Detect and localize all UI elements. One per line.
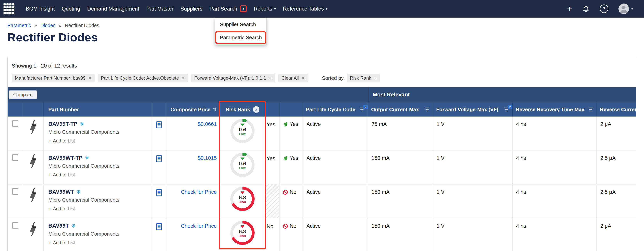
menu-item-parametric-search[interactable]: Parametric Search bbox=[216, 32, 265, 43]
chevron-down-icon[interactable]: ▾ bbox=[242, 7, 244, 11]
datasheet-icon[interactable] bbox=[156, 189, 162, 196]
notifications-bell-icon[interactable] bbox=[582, 5, 590, 13]
no-entry-icon bbox=[283, 189, 288, 195]
row-checkbox[interactable] bbox=[12, 222, 18, 228]
chip-close-icon[interactable]: ✕ bbox=[302, 76, 305, 80]
flag-value: Yes bbox=[267, 122, 275, 127]
part-number-link[interactable]: BAV99T-TP bbox=[48, 121, 78, 127]
add-to-list-button[interactable]: +Add to List bbox=[48, 138, 152, 144]
row-checkbox[interactable] bbox=[12, 120, 18, 127]
row-checkbox[interactable] bbox=[12, 154, 18, 161]
sort-icon[interactable]: ⇅ bbox=[213, 107, 217, 112]
col-header-reverse-current[interactable]: Reverse Current-Max bbox=[597, 102, 636, 117]
col-header-output-current[interactable]: Output Current-Max bbox=[368, 102, 433, 117]
col-header-forward-voltage[interactable]: Forward Voltage-Max (VF)2 bbox=[433, 102, 513, 117]
eco-flag-cell: No bbox=[280, 184, 303, 218]
alternates-icon[interactable]: ❋ bbox=[76, 189, 81, 194]
part-number-link[interactable]: BAV99WT bbox=[48, 189, 74, 195]
avatar-icon bbox=[618, 4, 629, 14]
part-number-link[interactable]: BAV99T bbox=[48, 223, 69, 229]
price-link[interactable]: $0.1015 bbox=[198, 155, 217, 161]
col-header-risk-rank[interactable]: Risk Rank▲ bbox=[220, 102, 265, 117]
col-label: Reverse Current-Max bbox=[600, 107, 636, 113]
col-header-life-cycle[interactable]: Part Life Cycle Code2 bbox=[303, 102, 368, 117]
add-to-list-button[interactable]: +Add to List bbox=[48, 206, 152, 211]
col-header-reverse-recovery[interactable]: Reverse Recovery Time-Max bbox=[513, 102, 597, 117]
nav-part-master[interactable]: Part Master bbox=[143, 0, 177, 18]
nav-part-search[interactable]: Part Search ▾ bbox=[206, 0, 250, 18]
filter-count-badge: 2 bbox=[363, 105, 368, 109]
risk-value: 6.8 bbox=[239, 195, 246, 201]
filter-icon[interactable]: 2 bbox=[360, 107, 364, 112]
risk-gauge: 0.6LOW bbox=[230, 153, 254, 177]
chevron-down-icon: ▾ bbox=[326, 7, 328, 11]
gauge-marker-icon bbox=[240, 225, 244, 228]
user-avatar[interactable]: ▾ bbox=[618, 4, 633, 14]
nav-label: Reports bbox=[254, 6, 272, 12]
row-checkbox[interactable] bbox=[12, 188, 18, 195]
reverse-current-cell: 2.5 μA bbox=[597, 184, 636, 218]
annotation-box-part-search-chevron: ▾ bbox=[240, 5, 247, 12]
menu-item-supplier-search[interactable]: Supplier Search bbox=[216, 18, 266, 31]
alternates-icon[interactable]: ❋ bbox=[71, 223, 76, 228]
col-header-part-number[interactable]: Part Number bbox=[44, 102, 152, 117]
forward-voltage-cell: 1 V bbox=[433, 150, 513, 184]
add-to-list-button[interactable]: +Add to List bbox=[48, 172, 152, 178]
check-for-price-link[interactable]: Check for Price bbox=[181, 223, 217, 229]
chip-close-icon[interactable]: ✕ bbox=[88, 76, 92, 80]
datasheet-icon[interactable] bbox=[156, 155, 162, 162]
col-header-composite-price[interactable]: Composite Price⇅ bbox=[166, 102, 220, 117]
filter-chip: Forward Voltage-Max (VF): 1.0,1.1✕ bbox=[191, 74, 275, 82]
nav-reference-tables[interactable]: Reference Tables▾ bbox=[280, 0, 331, 18]
price-link[interactable]: $0.0661 bbox=[198, 121, 217, 127]
nav-reports[interactable]: Reports▾ bbox=[250, 0, 280, 18]
risk-value: 0.6 bbox=[239, 127, 246, 133]
nav-suppliers[interactable]: Suppliers bbox=[177, 0, 206, 18]
app-logo-icon[interactable] bbox=[4, 3, 14, 14]
alternates-icon[interactable]: ❋ bbox=[85, 155, 89, 160]
chip-close-icon[interactable]: ✕ bbox=[182, 76, 185, 80]
risk-gauge: 6.8HIGH bbox=[230, 187, 254, 211]
output-current-cell: 150 mA bbox=[368, 150, 433, 184]
reverse-current-cell: 2 μA bbox=[597, 117, 636, 150]
add-icon[interactable]: + bbox=[567, 5, 572, 13]
nav-quoting[interactable]: Quoting bbox=[58, 0, 84, 18]
leaf-icon bbox=[283, 122, 288, 127]
compare-button[interactable]: Compare bbox=[8, 90, 37, 99]
datasheet-icon[interactable] bbox=[156, 121, 162, 128]
chip-close-icon[interactable]: ✕ bbox=[374, 76, 377, 80]
check-for-price-link[interactable]: Check for Price bbox=[181, 189, 217, 195]
filter-icon[interactable] bbox=[424, 107, 430, 112]
nav-label: Demand Management bbox=[87, 6, 139, 12]
nav-bom-insight[interactable]: BOM Insight bbox=[22, 0, 58, 18]
reverse-recovery-cell: 4 ns bbox=[513, 184, 597, 218]
alternates-icon[interactable]: ❋ bbox=[80, 121, 84, 126]
life-cycle-cell: Active bbox=[303, 150, 368, 184]
part-number-link[interactable]: BAV99WT-TP bbox=[48, 155, 82, 161]
part-cell: BAV99T-TP❋ Micro Commercial Components +… bbox=[44, 117, 152, 150]
datasheet-icon[interactable] bbox=[156, 223, 162, 230]
table-row: BAV99WT❋ Micro Commercial Components +Ad… bbox=[8, 184, 636, 218]
add-to-list-label: Add to List bbox=[53, 240, 75, 245]
sort-ascending-icon[interactable]: ▲ bbox=[253, 106, 260, 113]
col-header-select bbox=[8, 102, 23, 117]
risk-level: HIGH bbox=[239, 234, 246, 237]
life-cycle-cell: Active bbox=[303, 184, 368, 218]
filter-icon[interactable]: 2 bbox=[504, 107, 509, 112]
eco-flag-cell: No bbox=[280, 218, 303, 251]
risk-value: 0.6 bbox=[239, 161, 246, 167]
filter-icon[interactable] bbox=[588, 107, 593, 112]
help-icon[interactable]: ? bbox=[600, 5, 608, 13]
add-to-list-button[interactable]: +Add to List bbox=[48, 240, 152, 245]
plus-icon: + bbox=[48, 172, 51, 177]
part-image bbox=[28, 221, 38, 236]
reverse-recovery-cell: 4 ns bbox=[513, 150, 597, 184]
clear-all-chip[interactable]: Clear All✕ bbox=[278, 74, 308, 82]
chip-close-icon[interactable]: ✕ bbox=[269, 76, 272, 80]
breadcrumb-link-diodes[interactable]: Diodes bbox=[40, 23, 56, 28]
nav-label: BOM Insight bbox=[26, 6, 55, 12]
nav-demand-management[interactable]: Demand Management bbox=[84, 0, 143, 18]
flag-cell: Yes bbox=[265, 150, 280, 184]
breadcrumb-link-parametric[interactable]: Parametric bbox=[8, 23, 31, 28]
plus-icon: + bbox=[48, 206, 51, 211]
